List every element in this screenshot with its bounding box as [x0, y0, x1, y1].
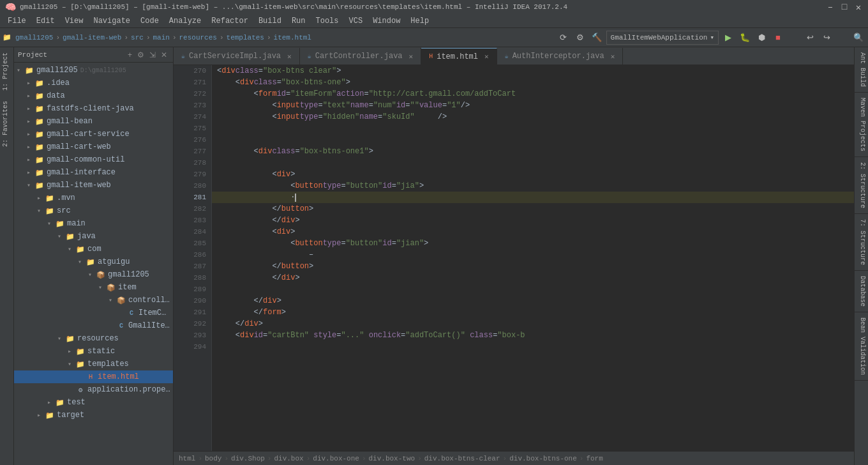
tree-item-itemhtml[interactable]: Hitem.html	[14, 370, 173, 383]
panel-close-button[interactable]: ✕	[159, 50, 169, 60]
tree-item-ItemController[interactable]: CItemController	[14, 307, 173, 319]
breadcrumb-sep-3: ›	[172, 34, 177, 42]
tab-icon-CartController: ☕	[308, 52, 311, 60]
breadcrumb-item-3[interactable]: main	[153, 34, 169, 42]
right-label-2[interactable]: 2: Structure	[855, 157, 868, 214]
menu-item-help[interactable]: Help	[405, 15, 434, 27]
sidebar-label-project[interactable]: 1: Project	[0, 47, 13, 96]
tree-item-gmall1205[interactable]: ▾📁gmall1205D:\gmall1205	[14, 64, 173, 77]
breadcrumb-item-4[interactable]: resources	[179, 34, 217, 42]
tree-item-com[interactable]: ▾📁com	[14, 243, 173, 255]
minimize-button[interactable]: –	[826, 3, 835, 11]
breadcrumb-item-2[interactable]: src	[131, 34, 144, 42]
tree-item-appprops[interactable]: ⚙application.properties	[14, 383, 173, 396]
tab-itemhtml[interactable]: Hitem.html✕	[421, 48, 497, 65]
editor-bc-item-1[interactable]: body	[205, 455, 221, 462]
menu-item-view[interactable]: View	[60, 15, 89, 27]
tree-item-gmall-item-web[interactable]: ▾📁gmall-item-web	[14, 179, 173, 192]
tree-item-item-pkg[interactable]: ▾📦item	[14, 281, 173, 294]
right-label-4[interactable]: Database	[855, 271, 868, 312]
editor-bc-item-0[interactable]: html	[179, 455, 195, 462]
right-label-3[interactable]: 7: Structure	[855, 214, 868, 271]
tree-item-mvn[interactable]: ▸📁.mvn	[14, 192, 173, 204]
tree-item-atguigu[interactable]: ▾📁atguigu	[14, 255, 173, 268]
breadcrumb-item-1[interactable]: gmall-item-web	[63, 34, 121, 42]
debug-button[interactable]: 🐛	[738, 31, 752, 45]
tab-CartController[interactable]: ☕CartController.java✕	[300, 48, 421, 65]
menu-item-vcs[interactable]: VCS	[344, 15, 368, 27]
tree-item-java[interactable]: ▾📁java	[14, 230, 173, 243]
tree-item-main[interactable]: ▾📁main	[14, 217, 173, 230]
tree-item-gmall-common-util[interactable]: ▸📁gmall-common-util	[14, 153, 173, 166]
tree-item-resources[interactable]: ▾📁resources	[14, 332, 173, 345]
editor-bc-item-2[interactable]: div.Shop	[231, 455, 265, 462]
stop-button[interactable]: ■	[771, 31, 785, 45]
tree-item-gmall-cart-web[interactable]: ▸📁gmall-cart-web	[14, 141, 173, 153]
tab-close-AuthInterceptor[interactable]: ✕	[611, 52, 615, 61]
tree-icon-folder: 📁	[34, 181, 45, 190]
menu-item-code[interactable]: Code	[135, 15, 164, 27]
right-label-0[interactable]: Ant Build	[855, 47, 868, 93]
panel-header: Project + ⚙ ⇲ ✕	[14, 47, 173, 63]
coverage-button[interactable]: ⬢	[754, 31, 768, 45]
tree-item-gmall1205pkg[interactable]: ▾📦gmall1205	[14, 268, 173, 281]
tree-item-fastdfs[interactable]: ▸📁fastdfs-client-java	[14, 102, 173, 115]
sidebar-label-favorites[interactable]: 2: Favorites	[0, 96, 13, 152]
tree-item-GmallItemWebApp[interactable]: CGmallItemWebApplication	[14, 319, 173, 332]
line-number-272: 272	[174, 88, 211, 100]
menu-item-window[interactable]: Window	[368, 15, 405, 27]
tab-label-AuthInterceptor: AuthInterceptor.java	[513, 52, 604, 61]
right-label-5[interactable]: Bean Validation	[855, 312, 868, 381]
right-label-1[interactable]: Maven Projects	[855, 93, 868, 157]
tab-close-CartServiceImpl[interactable]: ✕	[287, 52, 292, 61]
tree-item-controller[interactable]: ▾📦controller	[14, 294, 173, 307]
menu-item-navigate[interactable]: Navigate	[88, 15, 135, 27]
sync-button[interactable]: ⟳	[557, 31, 571, 45]
settings-button[interactable]: ⚙	[573, 31, 587, 45]
run-button[interactable]: ▶	[721, 31, 735, 45]
breadcrumb-item-5[interactable]: templates	[227, 34, 264, 42]
search-everywhere-button[interactable]: 🔍	[851, 31, 865, 45]
breadcrumb-item-0[interactable]: gmall1205	[15, 34, 53, 42]
tree-item-idea[interactable]: ▸📁.idea	[14, 77, 173, 89]
close-button[interactable]: ✕	[854, 3, 863, 11]
run-config-selector[interactable]: GmallItemWebApplication ▾	[606, 31, 719, 45]
build-button[interactable]: 🔨	[590, 31, 604, 45]
tab-close-CartController[interactable]: ✕	[409, 52, 414, 61]
editor-bc-item-8[interactable]: form	[586, 455, 602, 462]
tab-AuthInterceptor[interactable]: ☕AuthInterceptor.java✕	[497, 48, 624, 65]
menu-item-analyze[interactable]: Analyze	[164, 15, 206, 27]
tab-CartServiceImpl[interactable]: ☕CartServiceImpl.java✕	[174, 48, 300, 65]
tree-item-templates[interactable]: ▾📁templates	[14, 358, 173, 370]
menu-item-build[interactable]: Build	[253, 15, 287, 27]
tree-item-gmall-interface[interactable]: ▸📁gmall-interface	[14, 166, 173, 179]
tree-item-static[interactable]: ▸📁static	[14, 345, 173, 358]
redo-button[interactable]: ↪	[819, 31, 834, 45]
code-line-280: <button type="button" id="jia">	[212, 180, 854, 192]
maximize-button[interactable]: □	[840, 3, 849, 11]
menu-item-edit[interactable]: Edit	[31, 15, 60, 27]
menu-item-file[interactable]: File	[3, 15, 31, 27]
tree-item-src[interactable]: ▾📁src	[14, 204, 173, 217]
panel-settings-button[interactable]: ⚙	[135, 50, 146, 60]
editor-bc-item-4[interactable]: div.box-one	[313, 455, 359, 462]
panel-add-button[interactable]: +	[126, 50, 134, 60]
menu-item-run[interactable]: Run	[287, 15, 311, 27]
undo-button[interactable]: ↩	[803, 31, 817, 45]
tree-item-test[interactable]: ▸📁test	[14, 396, 173, 409]
panel-expand-button[interactable]: ⇲	[147, 50, 158, 60]
editor-bc-sep: ›	[198, 455, 202, 462]
tree-item-gmall-cart-service[interactable]: ▸📁gmall-cart-service	[14, 128, 173, 141]
tree-item-gmall-bean[interactable]: ▸📁gmall-bean	[14, 115, 173, 128]
menu-item-refactor[interactable]: Refactor	[206, 15, 253, 27]
menu-item-tools[interactable]: Tools	[311, 15, 344, 27]
editor-bc-item-3[interactable]: div.box	[274, 455, 303, 462]
editor-bc-item-7[interactable]: div.box-btns-one	[509, 455, 577, 462]
tab-close-itemhtml[interactable]: ✕	[484, 52, 489, 61]
editor-bc-item-6[interactable]: div.box-btns-clear	[424, 455, 500, 462]
code-area[interactable]: <div class="box-btns clear"> <div class=…	[212, 65, 854, 451]
tree-item-data[interactable]: ▸📁data	[14, 89, 173, 102]
tree-item-target[interactable]: ▸📁target	[14, 409, 173, 422]
editor-bc-item-5[interactable]: div.box-two	[369, 455, 415, 462]
breadcrumb-item-6[interactable]: item.html	[274, 34, 311, 42]
